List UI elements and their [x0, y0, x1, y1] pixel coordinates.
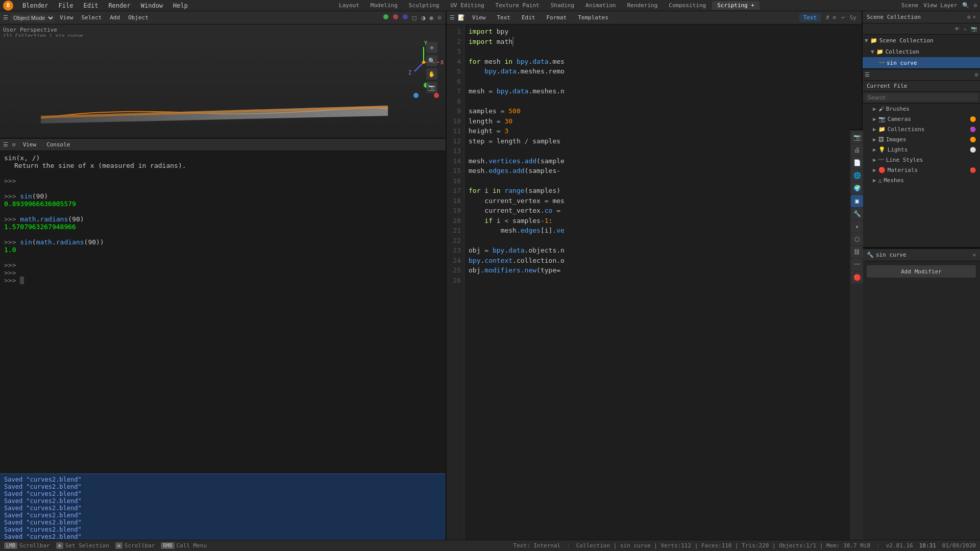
menu-blender[interactable]: Blender	[18, 1, 53, 10]
workspace-shading[interactable]: Shading	[546, 1, 579, 10]
filter-icon-top[interactable]: ⚙	[973, 2, 977, 9]
right-panel: Scene Collection ⚙ + 👁 ↖ 📷 ▼ 📁 Scene Col…	[863, 11, 980, 540]
prop-physics-icon[interactable]: ⬡	[851, 233, 863, 245]
editor-menu-icon[interactable]: ☰	[450, 14, 455, 21]
code-editor[interactable]: 1 2 3 4 5 6 7 8 9 10 11 12 13 14 15 16 1…	[447, 24, 862, 540]
saved-messages-area: Saved "curves2.blend" Saved "curves2.ble…	[0, 473, 446, 540]
object-mode-select[interactable]: Object Mode	[10, 14, 55, 22]
nav-icon-zoom[interactable]: 🔍	[426, 55, 437, 66]
workspace-compositing[interactable]: Compositing	[664, 1, 711, 10]
viewport-3d[interactable]: ☰ Object Mode View Select Add Object □ ◑…	[0, 11, 446, 139]
console-view-btn[interactable]: View	[20, 141, 40, 148]
restrict-render-icon[interactable]: 📷	[971, 26, 977, 32]
scene-collection-filter[interactable]: ⚙	[967, 14, 971, 20]
line-numbers-toggle[interactable]: # ≡	[826, 14, 836, 21]
nav-icon-perspective[interactable]: ⊕	[426, 42, 437, 53]
file-item-images[interactable]: ▶ 🖼 Images 🟠	[863, 134, 980, 144]
file-item-meshes[interactable]: ▶ △ Meshes	[863, 175, 980, 185]
object-btn[interactable]: Object	[125, 14, 152, 21]
editor-text-btn[interactable]: Text	[493, 14, 515, 21]
editor-view-btn[interactable]: View	[468, 14, 490, 21]
code-line-17: for i in range(samples)	[469, 186, 857, 196]
console-btn[interactable]: Console	[43, 141, 73, 148]
menu-window[interactable]: Window	[137, 1, 167, 10]
word-wrap-toggle[interactable]: ↩	[841, 14, 845, 21]
code-line-5: bpy.data.meshes.remo	[469, 66, 857, 77]
prop-scene-icon[interactable]: 🌐	[851, 169, 863, 182]
modifier-close-icon[interactable]: ✕	[972, 252, 976, 258]
tree-collection[interactable]: ▼ 📁 Collection	[863, 46, 980, 57]
file-filter-icon[interactable]: ⚙	[974, 71, 978, 78]
prop-modifier-icon[interactable]: 🔧	[851, 208, 863, 220]
workspace-texture-paint[interactable]: Texture Paint	[491, 1, 545, 10]
code-line-16	[469, 176, 857, 186]
prop-object-icon[interactable]: ▣	[851, 195, 863, 207]
menu-help[interactable]: Help	[169, 1, 192, 10]
code-line-10: length = 30	[469, 116, 857, 127]
restrict-select-icon[interactable]: ↖	[964, 26, 967, 32]
add-btn[interactable]: Add	[107, 14, 123, 21]
viewport-solid-icon[interactable]: ◑	[422, 14, 426, 21]
console-menu-icon[interactable]: ☰	[3, 141, 8, 148]
file-item-materials[interactable]: ▶ 🔴 Materials 🔴	[863, 165, 980, 175]
current-file-label: Current File	[867, 83, 907, 89]
workspace-animation[interactable]: Animation	[580, 1, 621, 10]
workspace-sculpting[interactable]: Sculpting	[404, 1, 445, 10]
prop-output-icon[interactable]: 🖨	[851, 144, 863, 156]
file-item-collections[interactable]: ▶ 📁 Collections 🟣	[863, 124, 980, 134]
viewport-menu-icon[interactable]: ☰	[3, 14, 8, 21]
blender-logo[interactable]: B	[3, 1, 13, 11]
viewport-wire-icon[interactable]: □	[412, 14, 416, 21]
console-line-active[interactable]: >>>	[4, 277, 442, 284]
console-output[interactable]: sin(x, /) Return the sine of x (measured…	[0, 151, 446, 473]
prop-world-icon[interactable]: 🌍	[851, 182, 863, 194]
scene-canvas: X Y Z ⊕ 🔍 ✋ 📷	[0, 37, 446, 138]
view-btn[interactable]: View	[57, 14, 77, 21]
menu-render[interactable]: Render	[104, 1, 134, 10]
tree-collection-expand-icon: ▼	[871, 48, 874, 55]
file-search-input[interactable]	[865, 93, 978, 102]
prop-constraints-icon[interactable]: ⛓	[851, 246, 863, 258]
menu-file[interactable]: File	[55, 1, 78, 10]
materials-badge: 🔴	[970, 167, 976, 173]
prop-particles-icon[interactable]: ✦	[851, 220, 863, 233]
prop-material-icon[interactable]: 🔴	[851, 271, 863, 284]
nav-icon-camera[interactable]: 📷	[426, 82, 437, 93]
nav-icon-pan[interactable]: ✋	[426, 68, 437, 80]
workspace-layout[interactable]: Layout	[334, 1, 364, 10]
prop-view-layer-icon[interactable]: 📄	[851, 157, 863, 169]
scene-collection-toolbar: 👁 ↖ 📷	[863, 23, 980, 35]
menu-edit[interactable]: Edit	[79, 1, 102, 10]
editor-format-btn[interactable]: Format	[543, 14, 571, 21]
file-item-line-styles[interactable]: ▶ 〰 Line Styles	[863, 155, 980, 165]
select-btn[interactable]: Select	[79, 14, 105, 21]
viewport-render-icon[interactable]: ⊙	[437, 14, 442, 21]
file-item-lights[interactable]: ▶ 💡 Lights ⚪	[863, 144, 980, 155]
tree-sin-curve[interactable]: 〰 sin curve	[863, 57, 980, 68]
images-icon: 🖼	[878, 136, 884, 143]
search-icon-top[interactable]: 🔍	[962, 2, 969, 9]
scene-collection-new[interactable]: +	[972, 14, 976, 20]
console-line-sinrad-cmd: >>> sin(math.radians(90))	[4, 238, 442, 246]
console-header-icon: ⊞	[12, 141, 16, 148]
workspace-rendering[interactable]: Rendering	[622, 1, 663, 10]
workspace-uv-editing[interactable]: UV Editing	[445, 1, 489, 10]
editor-edit-btn[interactable]: Edit	[518, 14, 540, 21]
file-item-brushes[interactable]: ▶ 🖌 Brushes	[863, 104, 980, 114]
restrict-view-icon[interactable]: 👁	[954, 26, 960, 32]
prop-data-icon[interactable]: 〰	[851, 259, 863, 271]
collections-icon: 📁	[878, 126, 886, 133]
lmb-icon: LMB	[4, 542, 17, 549]
workspace-modeling[interactable]: Modeling	[365, 1, 403, 10]
editor-templates-btn[interactable]: Templates	[574, 14, 612, 21]
tree-scene-collection[interactable]: ▼ 📁 Scene Collection	[863, 35, 980, 46]
syntax-highlight-toggle[interactable]: Sy	[850, 14, 856, 21]
call-menu-label: Call Menu	[177, 542, 207, 549]
text-file-name[interactable]: Text	[799, 13, 821, 22]
viewport-mat-icon[interactable]: ◉	[429, 14, 433, 21]
file-browser-menu[interactable]: ☰	[865, 71, 870, 78]
file-item-cameras[interactable]: ▶ 📷 Cameras 🟠	[863, 114, 980, 124]
prop-render-icon[interactable]: 📷	[851, 131, 863, 143]
workspace-scripting[interactable]: Scripting +	[712, 1, 760, 10]
add-modifier-button[interactable]: Add Modifier	[867, 265, 976, 278]
